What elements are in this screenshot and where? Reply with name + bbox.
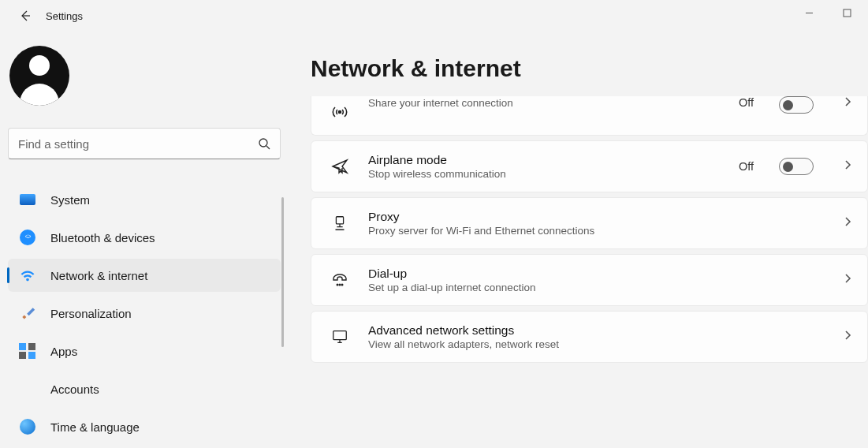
sidebar-item-label: Accounts xyxy=(50,383,99,396)
monitor-icon xyxy=(329,328,351,345)
chevron-right-icon xyxy=(842,159,853,174)
avatar-body-icon xyxy=(20,84,59,106)
minimize-button[interactable] xyxy=(791,0,827,25)
dialup-icon xyxy=(329,271,351,289)
setting-advanced-network[interactable]: Advanced network settings View all netwo… xyxy=(311,311,868,363)
svg-rect-3 xyxy=(336,217,343,224)
card-title: Proxy xyxy=(368,210,814,224)
chevron-right-icon xyxy=(842,96,853,110)
card-subtitle: Share your internet connection xyxy=(368,97,721,109)
apps-icon xyxy=(19,342,36,360)
maximize-button[interactable] xyxy=(829,0,865,25)
airplane-icon xyxy=(329,157,351,176)
chevron-right-icon xyxy=(842,216,853,230)
card-title: Dial-up xyxy=(368,267,814,281)
sidebar-item-label: Network & internet xyxy=(50,269,147,282)
sidebar-item-label: Bluetooth & devices xyxy=(50,231,155,245)
setting-dialup[interactable]: Dial-up Set up a dial-up internet connec… xyxy=(311,254,868,306)
sidebar-item-accounts[interactable]: Accounts xyxy=(8,372,281,405)
arrow-left-icon xyxy=(19,9,32,22)
toggle-state: Off xyxy=(739,96,754,109)
svg-point-4 xyxy=(337,284,338,286)
card-subtitle: Proxy server for Wi-Fi and Ethernet conn… xyxy=(368,225,814,237)
svg-rect-0 xyxy=(844,9,851,17)
person-icon xyxy=(19,380,36,398)
hotspot-toggle[interactable] xyxy=(779,96,814,114)
maximize-icon xyxy=(843,9,851,17)
chevron-right-icon xyxy=(842,330,853,344)
avatar-head-icon xyxy=(29,55,50,76)
wifi-icon xyxy=(19,267,36,284)
svg-point-6 xyxy=(341,284,343,286)
svg-rect-7 xyxy=(333,331,347,340)
card-title: Advanced network settings xyxy=(368,323,814,338)
settings-list: Mobile hotspot Share your internet conne… xyxy=(311,96,868,363)
nav-list: System ⌔ Bluetooth & devices Network & i… xyxy=(8,183,281,443)
setting-airplane-mode[interactable]: Airplane mode Stop wireless communicatio… xyxy=(311,140,868,192)
sidebar-item-personalization[interactable]: Personalization xyxy=(8,297,281,330)
sidebar-item-system[interactable]: System xyxy=(8,183,281,216)
sidebar: System ⌔ Bluetooth & devices Network & i… xyxy=(0,32,284,448)
main: Network & internet Mobile hotspot Share … xyxy=(284,32,868,448)
card-subtitle: Set up a dial-up internet connection xyxy=(368,282,814,293)
window-controls xyxy=(791,0,865,25)
brush-icon xyxy=(19,304,36,322)
sidebar-item-apps[interactable]: Apps xyxy=(8,334,281,368)
back-button[interactable] xyxy=(9,0,41,32)
system-icon xyxy=(19,191,36,208)
toggle-state: Off xyxy=(739,160,754,173)
setting-proxy[interactable]: Proxy Proxy server for Wi-Fi and Etherne… xyxy=(311,197,868,249)
avatar[interactable] xyxy=(9,46,69,106)
sidebar-item-label: Apps xyxy=(50,345,77,358)
card-title: Airplane mode xyxy=(368,153,721,167)
svg-point-5 xyxy=(339,284,341,286)
svg-point-1 xyxy=(259,139,267,147)
card-subtitle: Stop wireless communication xyxy=(368,168,721,180)
setting-mobile-hotspot[interactable]: Mobile hotspot Share your internet conne… xyxy=(311,96,868,136)
proxy-icon xyxy=(329,215,351,232)
app-title: Settings xyxy=(46,10,83,22)
search-box[interactable] xyxy=(8,128,281,159)
search-input[interactable] xyxy=(18,137,258,151)
airplane-toggle[interactable] xyxy=(779,158,814,175)
globe-icon xyxy=(19,418,36,435)
hotspot-icon xyxy=(329,103,351,121)
sidebar-item-network[interactable]: Network & internet xyxy=(8,259,281,292)
sidebar-item-label: Personalization xyxy=(50,307,132,320)
sidebar-item-label: Time & language xyxy=(50,420,140,434)
card-subtitle: View all network adapters, network reset xyxy=(368,338,814,350)
minimize-icon xyxy=(805,9,814,17)
sidebar-item-bluetooth[interactable]: ⌔ Bluetooth & devices xyxy=(8,221,281,254)
bluetooth-icon: ⌔ xyxy=(19,229,36,246)
sidebar-item-label: System xyxy=(50,193,90,207)
svg-point-2 xyxy=(339,110,341,113)
sidebar-item-time-language[interactable]: Time & language xyxy=(8,410,281,443)
chevron-right-icon xyxy=(842,273,853,287)
search-icon xyxy=(258,137,270,150)
titlebar: Settings xyxy=(0,0,868,32)
page-title: Network & internet xyxy=(311,55,868,82)
